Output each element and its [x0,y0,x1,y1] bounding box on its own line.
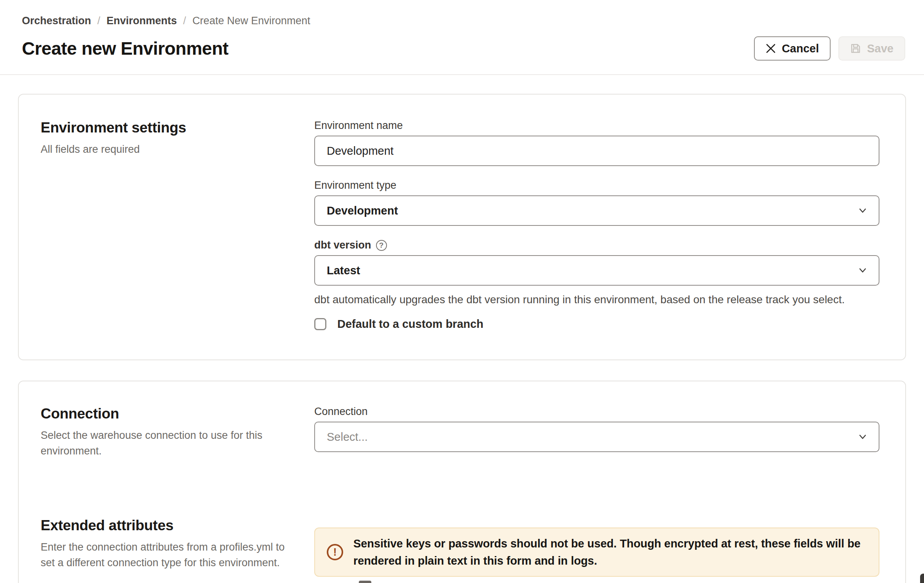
cutoff-element [359,581,371,583]
connection-card: Connection Select the warehouse connecti… [18,381,906,583]
warning-text: Sensitive keys or passwords should not b… [353,535,867,569]
breadcrumb-current-page: Create New Environment [192,15,310,27]
environment-type-label: Environment type [314,179,879,191]
chevron-down-icon [857,431,868,443]
connection-placeholder: Select... [327,431,368,444]
create-environment-page: Orchestration / Environments / Create Ne… [0,0,924,583]
header-actions: Cancel Save [754,36,905,61]
environment-name-label: Environment name [314,120,879,132]
connection-label: Connection [314,406,879,418]
breadcrumb-separator: / [97,15,100,27]
environment-type-value: Development [327,204,398,217]
breadcrumb: Orchestration / Environments / Create Ne… [22,15,905,27]
extended-attributes-subheading: Enter the connection attributes from a p… [41,539,291,570]
page-title: Create new Environment [22,38,228,59]
sensitive-keys-warning-banner: ! Sensitive keys or passwords should not… [314,528,879,577]
extended-attributes-heading: Extended attributes [41,517,291,534]
dbt-version-helper-text: dbt automatically upgrades the dbt versi… [314,293,879,306]
dbt-version-value: Latest [327,264,360,277]
cancel-button[interactable]: Cancel [754,36,831,61]
environment-name-input[interactable] [314,136,879,166]
chevron-down-icon [857,205,868,216]
custom-branch-checkbox-row[interactable]: Default to a custom branch [314,318,879,331]
environment-settings-heading: Environment settings [41,120,291,136]
connection-heading: Connection [41,406,291,422]
connection-subheading: Select the warehouse connection to use f… [41,427,291,459]
save-button[interactable]: Save [838,36,905,61]
breadcrumb-separator: / [183,15,186,27]
dbt-version-label: dbt version [314,239,371,251]
close-icon [766,43,776,54]
help-icon[interactable]: ? [376,240,387,251]
breadcrumb-orchestration[interactable]: Orchestration [22,15,91,27]
main-content: Environment settings All fields are requ… [0,75,924,583]
custom-branch-checkbox[interactable] [314,318,326,330]
save-disk-icon [850,43,861,54]
dbt-version-select[interactable]: Latest [314,255,879,286]
environment-settings-card: Environment settings All fields are requ… [18,94,906,360]
environment-type-select[interactable]: Development [314,195,879,226]
breadcrumb-environments[interactable]: Environments [107,15,177,27]
page-header: Orchestration / Environments / Create Ne… [0,0,924,75]
custom-branch-checkbox-label: Default to a custom branch [337,318,483,331]
environment-settings-subheading: All fields are required [41,141,291,157]
chevron-down-icon [857,265,868,276]
connection-select[interactable]: Select... [314,422,879,452]
warning-icon: ! [327,544,343,560]
cutoff-corner-element [920,574,924,583]
